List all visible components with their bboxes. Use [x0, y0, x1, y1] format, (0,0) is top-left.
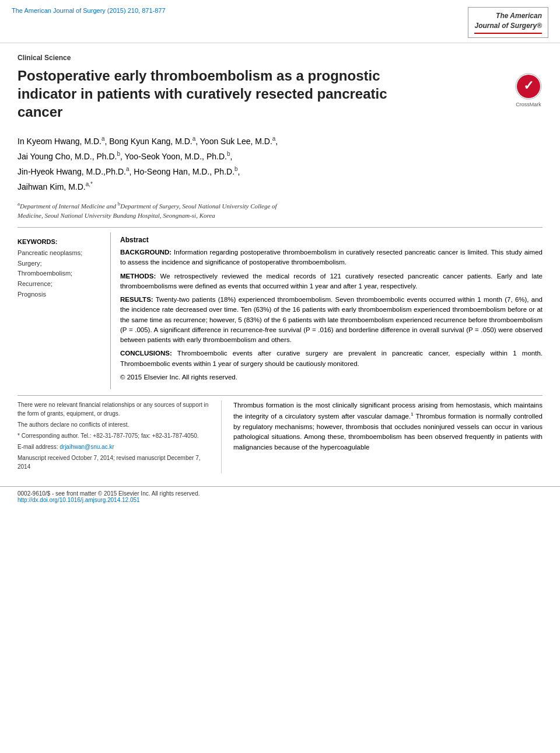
title-area: Postoperative early thromboembolism as a…: [18, 67, 542, 127]
footnote-3: * Corresponding author. Tel.: +82-31-787…: [18, 431, 209, 440]
footnote-email: E-mail address: drjaihwan@snu.ac.kr: [18, 442, 209, 451]
keyword-4: Recurrence;: [18, 279, 104, 290]
abstract-background: BACKGROUND: Information regarding postop…: [120, 247, 542, 268]
results-text: Twenty-two patients (18%) experienced th…: [120, 296, 542, 343]
crossmark-label: CrossMark: [516, 102, 541, 107]
email-label: E-mail address:: [18, 444, 58, 450]
abstract-conclusions: CONCLUSIONS: Thromboembolic events after…: [120, 348, 542, 369]
article-title: Postoperative early thromboembolism as a…: [18, 67, 414, 121]
footnote-manuscript: Manuscript received October 7, 2014; rev…: [18, 454, 209, 471]
page-footer: 0002-9610/$ - see front matter © 2015 El…: [0, 486, 560, 507]
keyword-2: Surgery;: [18, 259, 104, 269]
footnote-1: There were no relevant financial relatio…: [18, 400, 209, 418]
keywords-label: KEYWORDS:: [18, 238, 104, 245]
page: The American Journal of Surgery (2015) 2…: [0, 0, 560, 753]
abstract-copyright: © 2015 Elsevier Inc. All rights reserved…: [120, 372, 542, 382]
footer-doi[interactable]: http://dx.doi.org/10.1016/j.amjsurg.2014…: [18, 497, 140, 503]
two-col-section: KEYWORDS: Pancreatic neoplasms; Surgery;…: [18, 232, 542, 389]
body-text-column: Thrombus formation is the most clinicall…: [222, 400, 542, 473]
conclusions-label: CONCLUSIONS:: [120, 350, 172, 357]
keyword-1: Pancreatic neoplasms;: [18, 248, 104, 259]
body-text: Thrombus formation is the most clinicall…: [233, 402, 542, 451]
background-label: BACKGROUND:: [120, 249, 172, 256]
affiliations: aDepartment of Internal Medicine and bDe…: [18, 200, 542, 221]
journal-logo-name: The American Journal of Surgery®: [474, 11, 542, 31]
keywords-column: KEYWORDS: Pancreatic neoplasms; Surgery;…: [18, 232, 111, 389]
email-link[interactable]: drjaihwan@snu.ac.kr: [60, 444, 114, 450]
abstract-column: Abstract BACKGROUND: Information regardi…: [120, 232, 542, 389]
logo-underline: [474, 33, 542, 34]
authors: In Kyeom Hwang, M.D.a, Bong Kyun Kang, M…: [18, 134, 542, 194]
crossmark-icon: ✓: [514, 72, 542, 100]
bottom-section: There were no relevant financial relatio…: [18, 395, 542, 473]
methods-label: METHODS:: [120, 273, 156, 280]
divider-1: [18, 227, 542, 228]
results-label: RESULTS:: [120, 296, 153, 303]
abstract-methods: METHODS: We retrospectively reviewed the…: [120, 271, 542, 292]
footer-line1: 0002-9610/$ - see front matter © 2015 El…: [18, 490, 542, 497]
footnotes-column: There were no relevant financial relatio…: [18, 400, 222, 473]
footnote-2: The authors declare no conflicts of inte…: [18, 420, 209, 429]
keyword-5: Prognosis: [18, 290, 104, 300]
conclusions-text: Thromboembolic events after curative sur…: [120, 350, 542, 367]
crossmark: ✓ CrossMark: [514, 72, 542, 107]
keyword-3: Thromboembolism;: [18, 269, 104, 279]
journal-logo: The American Journal of Surgery®: [468, 7, 548, 38]
top-bar: The American Journal of Surgery (2015) 2…: [0, 0, 560, 43]
methods-text: We retrospectively reviewed the medical …: [120, 273, 542, 290]
section-label: Clinical Science: [18, 54, 542, 62]
abstract-title: Abstract: [120, 236, 542, 244]
main-content: Clinical Science Postoperative early thr…: [0, 43, 560, 480]
abstract-results: RESULTS: Twenty-two patients (18%) exper…: [120, 295, 542, 345]
svg-text:✓: ✓: [523, 78, 534, 93]
journal-citation: The American Journal of Surgery (2015) 2…: [12, 7, 166, 14]
background-text: Information regarding postoperative thro…: [120, 249, 542, 266]
